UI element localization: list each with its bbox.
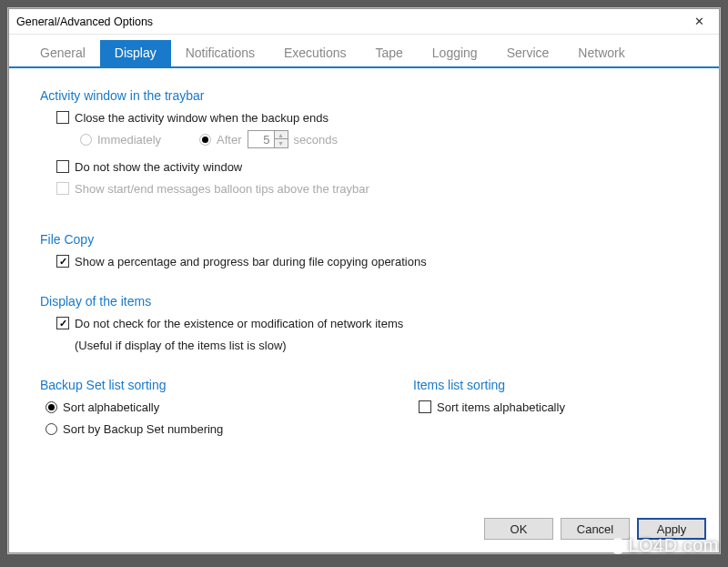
checkbox-close-when-ends[interactable] [56, 111, 69, 124]
label-after: After [217, 133, 241, 147]
tab-notifications[interactable]: Notifications [171, 40, 269, 66]
row-close-when-ends: Close the activity window when the backu… [56, 108, 693, 127]
label-balloon-tips: Show start/end messages balloon tips abo… [75, 182, 369, 196]
tab-network[interactable]: Network [563, 40, 639, 66]
row-do-not-show: Do not show the activity window [56, 157, 693, 176]
section-filecopy: File Copy Show a percentage and progress… [40, 232, 693, 270]
cancel-button[interactable]: Cancel [561, 518, 630, 540]
radio-immediately[interactable] [80, 134, 92, 146]
checkbox-items-sort-alpha[interactable] [419, 400, 431, 413]
spinner-up-icon[interactable]: ▲ [275, 131, 288, 139]
checkbox-balloon-tips[interactable] [56, 182, 69, 195]
section-activity: Activity window in the traybar Close the… [40, 88, 693, 197]
backup-sort-title: Backup Set list sorting [40, 378, 268, 392]
row-note: (Useful if display of the items list is … [75, 336, 693, 354]
row-no-check-network: Do not check for the existence or modifi… [56, 314, 693, 332]
tab-logging[interactable]: Logging [418, 40, 492, 66]
label-filecopy-progress: Show a percentage and progress bar durin… [75, 255, 427, 268]
options-dialog: General/Advanced Options ✕ General Displ… [8, 8, 720, 553]
checkbox-filecopy-progress[interactable] [56, 255, 69, 268]
col-backup-sort: Backup Set list sorting Sort alphabetica… [40, 378, 268, 441]
items-sort-title: Items list sorting [413, 378, 641, 392]
label-close-when-ends: Close the activity window when the backu… [75, 111, 329, 125]
sorting-columns: Backup Set list sorting Sort alphabetica… [40, 378, 693, 441]
tab-executions[interactable]: Executions [269, 40, 360, 66]
outer-frame: General/Advanced Options ✕ General Displ… [7, 7, 721, 554]
spinner-down-icon[interactable]: ▼ [275, 139, 288, 147]
col-items-sort: Items list sorting Sort items alphabetic… [413, 378, 641, 441]
titlebar: General/Advanced Options ✕ [9, 9, 719, 35]
close-button[interactable]: ✕ [682, 12, 715, 32]
label-sort-numbering: Sort by Backup Set numbering [63, 422, 223, 436]
label-sort-alpha: Sort alphabetically [63, 400, 159, 414]
row-filecopy-progress: Show a percentage and progress bar durin… [56, 252, 693, 270]
checkbox-no-check-network[interactable] [56, 317, 69, 329]
window-title: General/Advanced Options [16, 15, 682, 28]
seconds-input[interactable] [248, 131, 274, 147]
filecopy-title: File Copy [40, 232, 693, 247]
label-immediately: Immediately [97, 133, 161, 147]
seconds-spinner[interactable]: ▲ ▼ [248, 130, 288, 148]
content-area: Activity window in the traybar Close the… [9, 68, 719, 511]
radio-sort-alpha[interactable] [46, 401, 57, 413]
close-icon: ✕ [694, 15, 704, 28]
section-display-items: Display of the items Do not check for th… [40, 294, 693, 354]
ok-button[interactable]: OK [484, 518, 553, 540]
label-do-not-show: Do not show the activity window [75, 160, 242, 174]
tab-tape[interactable]: Tape [360, 40, 417, 66]
label-items-sort-alpha: Sort items alphabetically [437, 400, 565, 414]
activity-title: Activity window in the traybar [40, 88, 693, 103]
tab-general[interactable]: General [25, 40, 100, 66]
radio-sort-numbering[interactable] [46, 423, 57, 435]
button-bar: OK Cancel Apply [9, 511, 719, 552]
row-sort-alpha: Sort alphabetically [46, 398, 268, 416]
display-items-title: Display of the items [40, 294, 693, 309]
tab-strip: General Display Notifications Executions… [9, 35, 719, 68]
row-balloon-tips: Show start/end messages balloon tips abo… [56, 179, 693, 197]
row-sort-numbering: Sort by Backup Set numbering [46, 420, 268, 438]
label-no-check-network: Do not check for the existence or modifi… [75, 317, 403, 330]
checkbox-do-not-show[interactable] [56, 160, 69, 173]
note-display-items: (Useful if display of the items list is … [75, 339, 287, 352]
label-seconds: seconds [294, 133, 338, 147]
row-items-sort-alpha: Sort items alphabetically [419, 398, 641, 416]
apply-button[interactable]: Apply [637, 518, 706, 540]
tab-service[interactable]: Service [492, 40, 564, 66]
radio-after[interactable] [199, 134, 211, 146]
row-timing: Immediately After ▲ ▼ seconds [80, 130, 693, 148]
tab-display[interactable]: Display [100, 40, 171, 66]
